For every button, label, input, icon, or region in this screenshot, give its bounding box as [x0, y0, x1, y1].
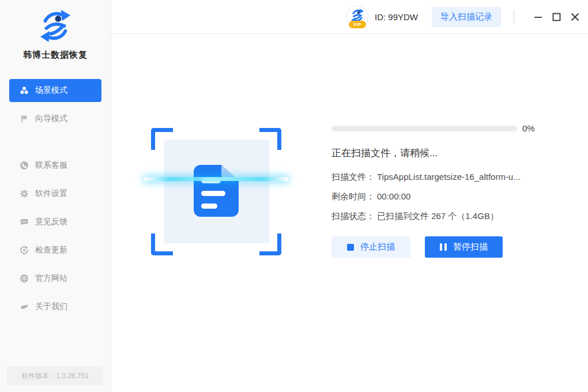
progress-percent: 0%: [522, 123, 535, 133]
scan-line: [144, 177, 288, 181]
feedback-icon: [20, 217, 29, 227]
stop-scan-label: 停止扫描: [360, 242, 395, 252]
detail-value: TipsAppList.targetsize-16_altform-u...: [377, 172, 521, 182]
sidebar-item-scene-mode[interactable]: 场景模式: [9, 79, 101, 102]
sidebar-nav: 场景模式 向导模式 联系客服: [0, 79, 111, 323]
stop-scan-button[interactable]: 停止扫描: [331, 236, 410, 258]
sidebar-item-label: 官方网站: [35, 273, 67, 284]
detail-value: 已扫描到文件 267 个（1.4GB）: [377, 211, 499, 221]
globe-icon: [20, 274, 29, 283]
sidebar-section-gap: [0, 135, 111, 154]
user-id: ID: 99YDW: [375, 12, 418, 22]
header: VIP ID: 99YDW 导入扫描记录: [111, 0, 588, 34]
user-avatar[interactable]: VIP: [346, 6, 368, 28]
sidebar-item-settings[interactable]: 软件设置: [9, 182, 101, 205]
close-icon[interactable]: [570, 12, 580, 22]
sidebar-item-label: 场景模式: [35, 85, 67, 96]
sidebar-item-label: 向导模式: [35, 114, 67, 124]
sidebar-item-check-updates[interactable]: 检查更新: [9, 239, 101, 262]
pause-icon: [440, 243, 447, 251]
maximize-icon[interactable]: [551, 12, 561, 22]
progress-row: 0%: [331, 123, 549, 133]
minimize-icon[interactable]: [533, 12, 543, 22]
pause-scan-label: 暂停扫描: [453, 242, 488, 252]
sidebar-item-feedback[interactable]: 意见反馈: [9, 210, 101, 233]
detail-label: 扫描状态：: [331, 211, 375, 221]
scan-message: 正在扫描文件，请稍候...: [331, 146, 549, 160]
wizard-flag-icon: [20, 114, 29, 123]
scan-animation: [151, 128, 281, 255]
document-icon: [194, 165, 239, 219]
circular-arrows-logo-icon: [37, 8, 73, 44]
scan-details: 扫描文件： TipsAppList.targetsize-16_altform-…: [331, 172, 549, 221]
sidebar-item-about-us[interactable]: 关于我们: [9, 295, 101, 318]
phone-icon: [20, 161, 29, 170]
app-title: 韩博士数据恢复: [0, 50, 111, 61]
scene-mode-icon: [20, 86, 29, 95]
sidebar-item-label: 联系客服: [35, 160, 67, 171]
vip-badge: VIP: [349, 21, 366, 28]
sidebar-item-label: 软件设置: [35, 189, 67, 199]
app-logo: [0, 0, 111, 44]
viewfinder-corner: [151, 233, 173, 255]
detail-value: 00:00:00: [377, 191, 410, 201]
scan-status-panel: 0% 正在扫描文件，请稍候... 扫描文件： TipsAppList.targe…: [331, 123, 549, 258]
update-icon: [20, 246, 29, 255]
import-scan-records-button[interactable]: 导入扫描记录: [432, 7, 501, 27]
progress-bar: [331, 126, 517, 131]
sidebar-item-wizard-mode[interactable]: 向导模式: [9, 107, 101, 130]
sidebar-item-label: 关于我们: [35, 301, 67, 312]
detail-label: 剩余时间：: [331, 191, 375, 201]
sidebar-item-contact-support[interactable]: 联系客服: [9, 154, 101, 177]
version-badge: 软件版本：1.3.26.751: [7, 366, 103, 386]
scan-actions: 停止扫描 暂停扫描: [331, 236, 549, 258]
detail-row-scan-status: 扫描状态： 已扫描到文件 267 个（1.4GB）: [331, 211, 549, 221]
detail-row-time-remaining: 剩余时间： 00:00:00: [331, 191, 549, 201]
gear-icon: [20, 189, 29, 198]
handshake-icon: [20, 302, 29, 311]
header-separator: [514, 10, 514, 23]
sidebar: 韩博士数据恢复 场景模式 向导模式: [0, 0, 111, 392]
sidebar-item-official-website[interactable]: 官方网站: [9, 267, 101, 290]
viewfinder-corner: [259, 233, 281, 255]
viewfinder-corner: [259, 128, 281, 150]
detail-label: 扫描文件：: [331, 172, 375, 182]
stop-icon: [347, 244, 354, 251]
detail-row-current-file: 扫描文件： TipsAppList.targetsize-16_altform-…: [331, 172, 549, 182]
pause-scan-button[interactable]: 暂停扫描: [425, 236, 503, 258]
sidebar-item-label: 检查更新: [35, 245, 67, 255]
viewfinder-corner: [151, 128, 173, 150]
sidebar-item-label: 意见反馈: [35, 217, 67, 227]
